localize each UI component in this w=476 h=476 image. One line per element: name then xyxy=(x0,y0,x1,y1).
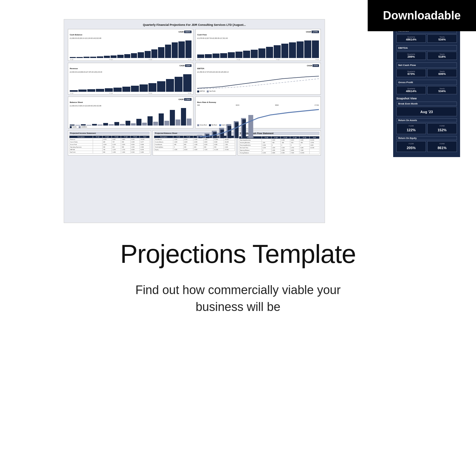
snapshot-roa-title: Return On Assets xyxy=(396,118,457,122)
burn-rate-numbers: 963 3224 8364 17131 xyxy=(197,104,319,106)
trend-ncf-title: Net Cash Flow xyxy=(396,62,457,68)
revenue-title: Revenue xyxy=(70,68,78,69)
snapshot-roe-title: Return On Equity xyxy=(396,136,457,140)
ebitda-line-chart xyxy=(197,76,319,90)
bottom-content: Projections Template Find out how commer… xyxy=(0,233,476,322)
balance-sheet-title: Balance Sheet xyxy=(70,101,83,103)
snapshot-roa-f24m: F24M 152% xyxy=(427,123,457,134)
cash-flow-table: DescriptionY1 Q1Y1 Q2Y1 Q3Y1 Q4Y2 Q1Tota… xyxy=(239,136,320,154)
cash-flow-x-labels: Y1 Q2 Y2 Q1 Y2 Q3 Y3 Q1 xyxy=(197,59,319,60)
burn-rate-title: Burn Rate & Runway xyxy=(197,101,216,103)
svg-rect-7 xyxy=(248,115,253,138)
trend-gp-title: Gross Profit xyxy=(396,80,457,85)
cash-balance-values: £1,636.30 £5,326.14 £13,134.82 £42,913.8… xyxy=(70,37,191,39)
cash-flow-title: Cash Flow xyxy=(197,34,207,36)
snapshot-break-even-title: Break Even Month xyxy=(396,102,457,106)
cash-flow-bars xyxy=(197,40,319,58)
ebitda-title: EBITDA xyxy=(197,68,204,69)
trend-ncf-values: Quarterly 673% Yearly 606% xyxy=(396,69,457,77)
trend-gp-values: Quarterly 48614% Yearly 534% xyxy=(396,86,457,94)
balance-sheet-values: £1,636.30 £7,826.14 £13,634.82 £45,413.8… xyxy=(70,105,191,107)
trend-revenue-values: Quarterly 48614% Yearly 534% xyxy=(396,34,457,43)
trend-gp-quarterly: Quarterly 48614% xyxy=(396,86,426,94)
snapshot-roa-values: F12M 122% F24M 152% xyxy=(396,123,457,134)
trend-ncf-yearly: Yearly 606% xyxy=(427,69,457,77)
revenue-x-labels: Y1 Q1 Y1 Q4 Y2 Q3 Y3 Q1 xyxy=(70,92,191,94)
revenue-bars xyxy=(70,74,191,92)
cash-balance-bars xyxy=(70,40,191,58)
trend-ncf-quarterly: Quarterly 673% xyxy=(396,69,426,77)
cash-balance-cagr-value: 3983% xyxy=(184,31,191,33)
snapshot-break-even-value: Aug '23 xyxy=(396,107,457,116)
income-statement-section: Projected Income Statement DescriptionY1… xyxy=(68,130,151,155)
cash-balance-title: Cash Balance xyxy=(70,34,82,36)
trend-ebitda: EBITDA Quarterly 289% Yearly 518% xyxy=(396,45,457,60)
trend-revenue-yearly: Yearly 534% xyxy=(427,34,457,43)
burn-rate-area xyxy=(197,108,319,124)
ebitda-values: £2,258.00 £7,570.08 £20,322.60 £25,693.1… xyxy=(197,71,319,73)
cash-flow-chart: Cash Flow CAGR 1270% £1,678.80 £2,827.56… xyxy=(195,29,321,61)
svg-rect-12 xyxy=(228,126,231,138)
svg-rect-14 xyxy=(242,119,246,138)
trend-gp-yearly: Yearly 534% xyxy=(427,86,457,94)
snapshot-return-assets: Return On Assets F12M 122% F24M 152% xyxy=(396,118,457,134)
trend-ebitda-title: EBITDA xyxy=(396,45,457,51)
burn-rate-chart: Burn Rate & Runway 963 3224 8364 17131 xyxy=(195,97,321,128)
trend-ebitda-quarterly: Quarterly 289% xyxy=(396,52,426,60)
snapshot-break-even: Break Even Month Aug '23 xyxy=(396,102,457,116)
ebitda-cagr: CAGR 271% xyxy=(307,65,319,67)
trend-gross-profit: Gross Profit Quarterly 48614% Yearly 534… xyxy=(396,80,457,94)
balance-sheet-legend: Assets Liabilities xyxy=(70,126,191,128)
revenue-chart: Revenue CAGR 316% £3,400.00 £13,996.00 £… xyxy=(68,63,193,95)
trend-ebitda-yearly: Yearly 518% xyxy=(427,52,457,60)
charts-grid: Cash Balance CAGR 3983% £1,636.30 £5,326… xyxy=(68,29,321,128)
snapshot-roe-f24m: F24M 861% xyxy=(427,141,457,152)
cash-flow-values: £1,678.80 £2,827.56 £6,393.95 £17,811.90 xyxy=(197,37,319,39)
ebitda-chart: EBITDA CAGR 271% £2,258.00 £7,570.08 £20… xyxy=(195,63,321,95)
balance-sheet-chart: Balance Sheet CAGR 1784% £1,636.30 £7,82… xyxy=(68,97,193,128)
trend-revenue-quarterly: Quarterly 48614% xyxy=(396,34,426,43)
main-title: Projections Template xyxy=(6,239,470,269)
cash-balance-chart: Cash Balance CAGR 3983% £1,636.30 £5,326… xyxy=(68,29,193,61)
income-statement-table: DescriptionY1 Q1Y1 Q2Y1 Q3Y1 Q4Y2 Q1Tota… xyxy=(69,135,150,154)
trend-sidebar: Trend View (average growth) Revenue Quar… xyxy=(393,19,460,157)
balance-sheet-bars xyxy=(70,108,191,126)
snapshot-view-title: Snapshot View xyxy=(396,97,457,100)
income-statement-title: Projected Income Statement xyxy=(69,132,150,135)
snapshot-roe-values: F12M 205% F24M 861% xyxy=(396,141,457,152)
revenue-cagr: CAGR 316% xyxy=(179,65,191,67)
downloadable-badge: Downloadable xyxy=(368,0,476,31)
doc-title: Quarterly Financial Projections For JDR … xyxy=(68,23,321,26)
cash-balance-x-labels: Y1 Q2 Y2 Q1 Y2 Q3 Y3 Q1 xyxy=(70,59,191,60)
snapshot-return-equity: Return On Equity F12M 205% F24M 861% xyxy=(396,136,457,152)
snapshot-roa-f12m: F12M 122% xyxy=(396,123,426,134)
doc-preview: Quarterly Financial Projections For JDR … xyxy=(64,19,325,223)
svg-rect-13 xyxy=(235,122,238,138)
balance-sheet-cagr: CAGR 1784% xyxy=(178,98,191,100)
cash-flow-cagr: CAGR 1270% xyxy=(306,31,319,33)
snapshot-roe-f12m: F12M 205% xyxy=(396,141,426,152)
sub-title: Find out how commercially viable yourbus… xyxy=(6,282,470,315)
trend-net-cash-flow: Net Cash Flow Quarterly 673% Yearly 606% xyxy=(396,62,457,77)
trend-ebitda-values: Quarterly 289% Yearly 518% xyxy=(396,52,457,60)
revenue-values: £3,400.00 £13,996.00 £27,970.00 £48,143.… xyxy=(70,71,191,73)
ebitda-legend: EBITDA Net Profit xyxy=(197,90,319,92)
cash-balance-cagr-label: CAGR 3983% xyxy=(178,31,191,33)
